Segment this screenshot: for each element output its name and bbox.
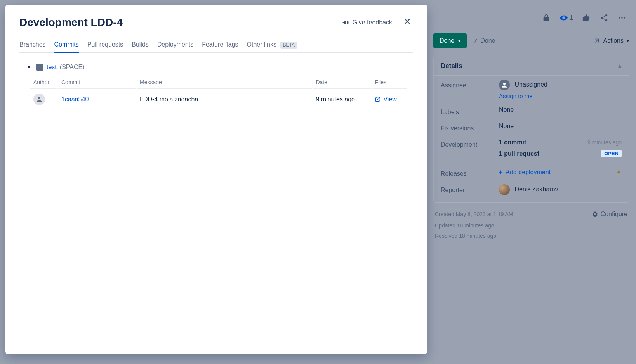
commit-message: LDD-4 moja zadacha	[140, 96, 198, 102]
tab-builds[interactable]: Builds	[132, 38, 149, 52]
sparkle-icon[interactable]: ✦	[616, 168, 622, 177]
svg-point-0	[619, 17, 620, 19]
chevron-up-icon: ▴	[618, 62, 622, 70]
person-icon	[499, 80, 510, 90]
share-icon[interactable]	[600, 13, 609, 23]
commit-hash-link[interactable]: 1caaa540	[61, 96, 89, 102]
tab-deployments[interactable]: Deployments	[157, 38, 193, 52]
meta-footer: Created May 8, 2023 at 1:19 AM Configure…	[433, 203, 629, 241]
status-button[interactable]: Done ▾	[433, 33, 467, 48]
configure-link[interactable]: Configure	[591, 209, 627, 220]
more-icon[interactable]	[617, 13, 627, 23]
svg-point-1	[621, 17, 623, 19]
development-label: Development	[441, 139, 499, 148]
lock-icon[interactable]	[542, 13, 551, 23]
repo-source: (SPACE)	[60, 64, 85, 71]
dev-commit-row[interactable]: 1 commit 9 minutes ago	[499, 139, 622, 146]
close-icon[interactable]	[401, 16, 413, 29]
table-row: 1caaa540 LDD-4 moja zadacha 9 minutes ag…	[30, 88, 407, 110]
add-deployment-link[interactable]: + Add deployment	[499, 169, 551, 176]
watch-count-value: 1	[570, 14, 573, 21]
give-feedback-link[interactable]: Give feedback	[342, 19, 392, 26]
dev-pr-row[interactable]: 1 pull request OPEN	[499, 150, 622, 157]
repo-line: test (SPACE)	[28, 64, 413, 71]
author-avatar[interactable]	[33, 94, 45, 105]
beta-badge: BETA	[280, 42, 297, 49]
details-header[interactable]: Details ▴	[434, 56, 629, 76]
development-value: 1 commit 9 minutes ago 1 pull request OP…	[499, 139, 622, 161]
open-badge: OPEN	[601, 150, 622, 157]
chevron-down-icon: ▾	[627, 38, 629, 43]
tab-other-links[interactable]: Other links BETA	[247, 38, 297, 52]
status-button-label: Done	[440, 37, 454, 44]
fixversions-label: Fix versions	[441, 123, 499, 132]
plus-icon: +	[499, 169, 502, 176]
development-modal: Development LDD-4 Give feedback Branches…	[5, 5, 427, 354]
actions-dropdown[interactable]: Actions ▾	[593, 37, 629, 44]
created-text: Created May 8, 2023 at 1:19 AM	[435, 210, 513, 219]
modal-tabs: Branches Commits Pull requests Builds De…	[19, 38, 413, 53]
done-checkmark-label[interactable]: ✓ Done	[473, 37, 495, 45]
releases-label: Releases	[441, 168, 499, 177]
modal-header: Development LDD-4 Give feedback	[19, 16, 413, 29]
chevron-down-icon: ▾	[458, 38, 460, 43]
col-files: Files	[372, 77, 407, 88]
check-icon: ✓	[473, 37, 478, 45]
col-date: Date	[313, 77, 371, 88]
col-author: Author	[30, 77, 57, 88]
top-icon-row: 1	[433, 9, 629, 29]
col-commit: Commit	[58, 77, 136, 88]
reporter-value[interactable]: Denis Zakharov	[499, 184, 622, 195]
avatar	[499, 184, 510, 195]
details-panel: Details ▴ Assignee Unassigned Assign to …	[433, 56, 629, 203]
commits-table: Author Commit Message Date Files 1caaa54…	[30, 76, 407, 111]
table-header-row: Author Commit Message Date Files	[30, 77, 407, 88]
watch-button[interactable]: 1	[560, 14, 573, 22]
action-row: Done ▾ ✓ Done Actions ▾	[433, 29, 629, 56]
resolved-text: Resolved 18 minutes ago	[435, 231, 627, 241]
thumbs-up-icon[interactable]	[582, 13, 591, 23]
issue-side-panel: 1 Done ▾ ✓ Done Actions ▾ Details ▴	[426, 0, 636, 364]
reporter-label: Reporter	[441, 184, 499, 194]
labels-value[interactable]: None	[499, 106, 622, 113]
modal-title: Development LDD-4	[19, 16, 123, 29]
labels-label: Labels	[441, 106, 499, 116]
releases-value: + Add deployment ✦	[499, 168, 622, 177]
repo-icon	[36, 64, 43, 71]
tab-branches[interactable]: Branches	[19, 38, 46, 52]
commit-date: 9 minutes ago	[316, 96, 355, 102]
assignee-value[interactable]: Unassigned Assign to me	[499, 80, 622, 99]
svg-point-2	[624, 17, 626, 19]
fixversions-value[interactable]: None	[499, 123, 622, 130]
tab-commits[interactable]: Commits	[54, 38, 79, 52]
assign-to-me-link[interactable]: Assign to me	[499, 93, 622, 99]
col-message: Message	[137, 77, 312, 88]
repo-name-link[interactable]: test	[47, 64, 57, 71]
view-files-link[interactable]: View	[375, 96, 403, 103]
details-body: Assignee Unassigned Assign to me Labels …	[434, 76, 629, 202]
updated-text: Updated 18 minutes ago	[435, 221, 627, 231]
bullet-icon	[28, 66, 30, 68]
tab-feature-flags[interactable]: Feature flags	[202, 38, 238, 52]
assignee-label: Assignee	[441, 80, 499, 89]
tab-pull-requests[interactable]: Pull requests	[87, 38, 123, 52]
